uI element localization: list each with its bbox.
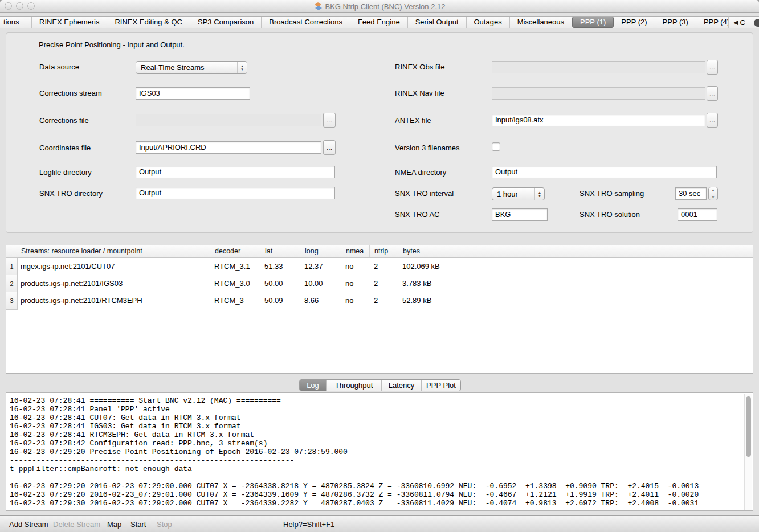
coordinates-file-browse-button[interactable]: ... xyxy=(323,140,336,155)
corrections-file-label: Corrections file xyxy=(39,116,89,125)
cell-nmea: no xyxy=(341,258,369,276)
title-bar: BKG Ntrip Client (BNC) Version 2.12 xyxy=(0,0,759,13)
tab-serial-output[interactable]: Serial Output xyxy=(408,17,467,28)
tab-ppp-1[interactable]: PPP (1) xyxy=(572,17,614,28)
nmea-directory-input[interactable]: Output xyxy=(492,166,717,178)
column-header-bytes[interactable]: bytes xyxy=(398,245,753,257)
column-header-ntrip[interactable]: ntrip xyxy=(369,245,398,257)
app-logo-icon xyxy=(314,2,323,11)
start-button[interactable]: Start xyxy=(130,516,146,532)
cell-long: 8.66 xyxy=(300,292,341,310)
snx-tro-ac-label: SNX TRO AC xyxy=(395,210,440,219)
rinex-obs-file-browse-button[interactable]: ... xyxy=(707,60,718,75)
rinex-obs-file-input[interactable] xyxy=(492,61,705,73)
snx-tro-solution-input[interactable]: 0001 xyxy=(678,208,717,221)
snx-tro-sampling-label: SNX TRO sampling xyxy=(580,189,644,198)
logfile-directory-label: Logfile directory xyxy=(39,168,92,177)
tab-partial-label[interactable]: C xyxy=(740,18,745,27)
snx-tro-sampling-stepper[interactable]: ▲ ▼ xyxy=(708,187,718,200)
cell-lat: 50.09 xyxy=(260,292,300,310)
stepper-up-icon[interactable]: ▲ xyxy=(709,187,717,194)
cell-mountpoint: products.igs-ip.net:2101/RTCM3EPH xyxy=(18,292,209,310)
column-header-nmea[interactable]: nmea xyxy=(341,245,369,257)
column-header-mountpoint[interactable]: Streams: resource loader / mountpoint xyxy=(18,245,209,257)
tab-rinex-ephemeris[interactable]: RINEX Ephemeris xyxy=(32,17,107,28)
log-scrollbar-thumb[interactable] xyxy=(746,396,751,457)
tab-broadcast-corrections[interactable]: Broadcast Corrections xyxy=(262,17,350,28)
log-tab-ppp-plot[interactable]: PPP Plot xyxy=(421,380,460,391)
rinex-nav-file-browse-button[interactable]: ... xyxy=(707,86,718,101)
data-source-select[interactable]: Real-Time Streams ▲▼ xyxy=(136,61,247,74)
tab-outages[interactable]: Outages xyxy=(467,17,510,28)
tab-sp3-comparison[interactable]: SP3 Comparison xyxy=(190,17,262,28)
cell-long: 12.37 xyxy=(300,258,341,276)
version3-filenames-label: Version 3 filenames xyxy=(395,144,459,152)
row-number[interactable]: 3 xyxy=(6,292,18,310)
version3-filenames-checkbox[interactable] xyxy=(492,142,500,151)
column-header-decoder[interactable]: decoder xyxy=(209,245,260,257)
tab-rinex-editing-qc[interactable]: RINEX Editing & QC xyxy=(107,17,190,28)
log-tab-log[interactable]: Log xyxy=(300,380,326,391)
antex-file-input[interactable]: Input/igs08.atx xyxy=(492,114,705,126)
log-scrollbar-track[interactable] xyxy=(744,394,752,510)
cell-mountpoint: products.igs-ip.net:2101/IGS03 xyxy=(18,275,209,293)
snx-tro-interval-label: SNX TRO interval xyxy=(395,189,454,198)
snx-tro-directory-input[interactable]: Output xyxy=(136,187,335,199)
row-number[interactable]: 2 xyxy=(6,275,18,293)
column-header-lat[interactable]: lat xyxy=(260,245,300,257)
combo-arrows-icon: ▲▼ xyxy=(237,62,247,73)
tab-scroll-right-icon[interactable] xyxy=(754,19,759,27)
nmea-directory-label: NMEA directory xyxy=(395,168,446,177)
corrections-stream-input[interactable]: IGS03 xyxy=(136,87,250,100)
tab-miscellaneous[interactable]: Miscellaneous xyxy=(510,17,572,28)
tab-feed-engine[interactable]: Feed Engine xyxy=(350,17,408,28)
snx-tro-interval-select[interactable]: 1 hour ▲▼ xyxy=(492,187,545,200)
stop-button: Stop xyxy=(157,516,172,532)
coordinates-file-label: Coordinates file xyxy=(39,144,91,152)
cell-decoder: RTCM_3.0 xyxy=(209,275,260,293)
map-button[interactable]: Map xyxy=(107,516,121,532)
corrections-file-input[interactable] xyxy=(136,114,321,126)
stream-row-1[interactable]: 1mgex.igs-ip.net:2101/CUT07RTCM_3.151.33… xyxy=(6,258,753,275)
streams-table-header: Streams: resource loader / mountpoint de… xyxy=(6,245,753,258)
cell-bytes: 3.783 kB xyxy=(398,275,753,293)
rinex-nav-file-label: RINEX Nav file xyxy=(395,89,444,97)
row-number[interactable]: 1 xyxy=(6,257,18,276)
snx-tro-directory-label: SNX TRO directory xyxy=(39,189,103,198)
cell-nmea: no xyxy=(341,275,369,293)
logfile-directory-input[interactable]: Output xyxy=(136,166,335,178)
log-tab-bar: LogThroughputLatencyPPP Plot xyxy=(299,379,461,391)
streams-table-body: 1mgex.igs-ip.net:2101/CUT07RTCM_3.151.33… xyxy=(6,258,753,373)
log-tab-throughput[interactable]: Throughput xyxy=(326,380,381,391)
column-header-long[interactable]: long xyxy=(300,245,341,257)
rinex-nav-file-input[interactable] xyxy=(492,87,705,100)
tab-overflow: ◀ C xyxy=(728,16,759,28)
cell-lat: 50.00 xyxy=(260,275,300,293)
cell-ntrip: 2 xyxy=(369,258,398,276)
tab-ppp-3[interactable]: PPP (3) xyxy=(655,17,696,28)
snx-tro-sampling-input[interactable]: 30 sec xyxy=(675,187,707,200)
ppp-panel: Precise Point Positioning - Input and Ou… xyxy=(6,32,753,233)
corrections-file-browse-button[interactable]: ... xyxy=(323,113,336,128)
cell-lat: 51.33 xyxy=(260,258,300,276)
data-source-value: Real-Time Streams xyxy=(141,63,204,72)
log-viewport[interactable]: 16-02-23 07:28:41 ========== Start BNC v… xyxy=(6,392,753,511)
snx-tro-solution-label: SNX TRO solution xyxy=(580,210,640,219)
snx-tro-ac-input[interactable]: BKG xyxy=(492,208,548,221)
tab-tions[interactable]: tions xyxy=(0,17,32,28)
tab-scroll-left-icon[interactable]: ◀ xyxy=(733,19,738,26)
title-area: BKG Ntrip Client (BNC) Version 2.12 xyxy=(0,0,759,13)
log-tab-latency[interactable]: Latency xyxy=(381,380,421,391)
stream-row-2[interactable]: 2products.igs-ip.net:2101/IGS03RTCM_3.05… xyxy=(6,275,753,292)
help-shortcut-text: Help?=Shift+F1 xyxy=(283,516,334,532)
tab-bar: tionsRINEX EphemerisRINEX Editing & QCSP… xyxy=(0,16,759,28)
add-stream-button[interactable]: Add Stream xyxy=(9,516,48,532)
stream-row-3[interactable]: 3products.igs-ip.net:2101/RTCM3EPHRTCM_3… xyxy=(6,292,753,309)
antex-file-browse-button[interactable]: ... xyxy=(707,113,718,128)
antex-file-label: ANTEX file xyxy=(395,116,431,125)
stepper-down-icon[interactable]: ▼ xyxy=(709,194,717,200)
coordinates-file-input[interactable]: Input/APRIORI.CRD xyxy=(136,141,321,154)
cell-bytes: 102.069 kB xyxy=(398,258,753,276)
tab-ppp-2[interactable]: PPP (2) xyxy=(614,17,655,28)
cell-ntrip: 2 xyxy=(369,275,398,293)
